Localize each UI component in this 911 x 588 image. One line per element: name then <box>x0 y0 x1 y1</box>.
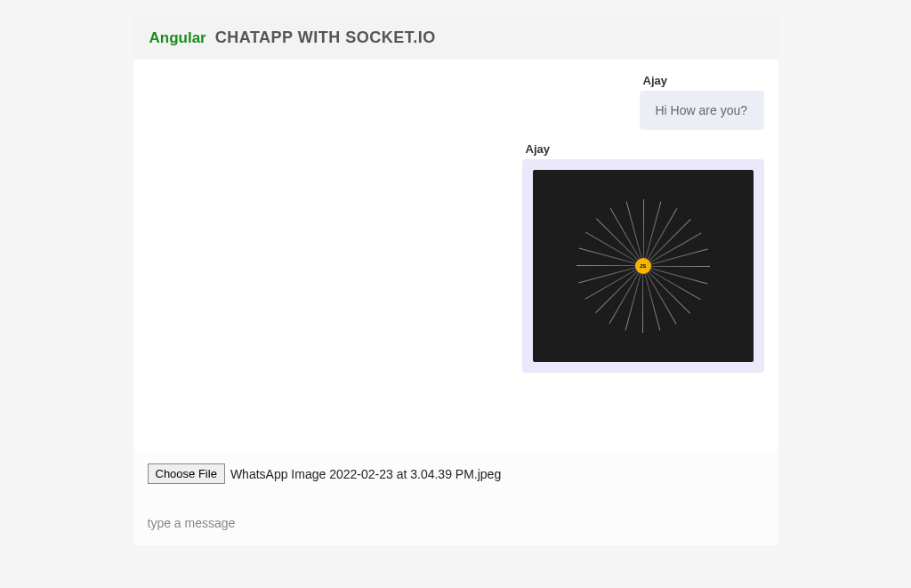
app-container: Angular CHATAPP WITH SOCKET.IO Ajay Hi H… <box>133 16 778 545</box>
app-header: Angular CHATAPP WITH SOCKET.IO <box>133 16 778 60</box>
image-bubble: JS <box>522 159 764 373</box>
attached-image[interactable]: JS <box>533 170 754 362</box>
message-group: Ajay Hi How are you? <box>640 74 764 130</box>
choose-file-button[interactable]: Choose File <box>148 463 225 484</box>
js-core-icon: JS <box>635 258 651 274</box>
brand-label: Angular <box>149 29 206 47</box>
message-input[interactable] <box>148 516 764 530</box>
selected-file-name: WhatsApp Image 2022-02-23 at 3.04.39 PM.… <box>230 467 501 481</box>
message-group: Ajay <box>522 142 764 373</box>
text-bubble: Hi How are you? <box>640 91 764 130</box>
radial-diagram-icon: JS <box>568 190 719 342</box>
sender-label: Ajay <box>643 74 667 87</box>
footer: Choose File WhatsApp Image 2022-02-23 at… <box>133 451 778 545</box>
sender-label: Ajay <box>526 142 550 156</box>
chat-area: Ajay Hi How are you? Ajay <box>133 60 778 451</box>
file-picker-row: Choose File WhatsApp Image 2022-02-23 at… <box>148 463 764 484</box>
page-title: CHATAPP WITH SOCKET.IO <box>215 28 436 47</box>
